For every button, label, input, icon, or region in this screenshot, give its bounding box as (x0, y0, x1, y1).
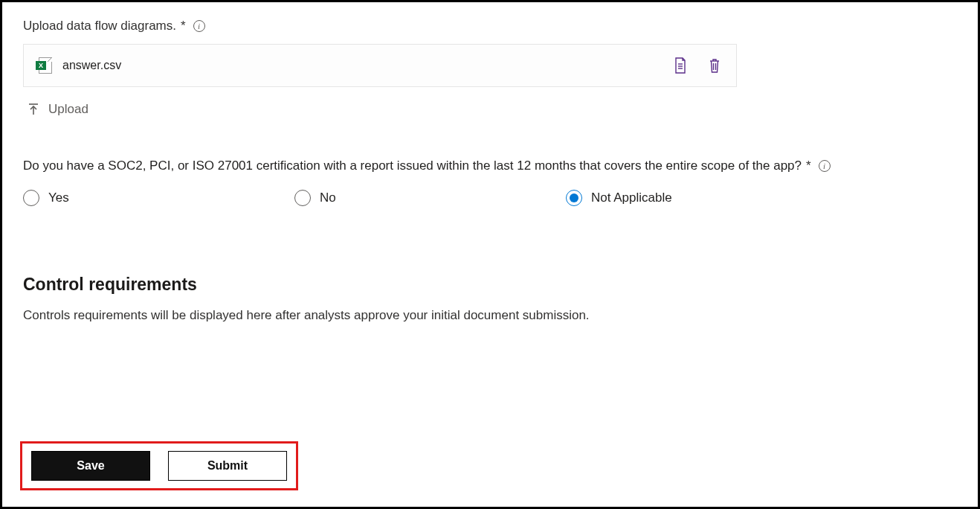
save-button[interactable]: Save (31, 451, 150, 481)
certification-question-text: Do you have a SOC2, PCI, or ISO 27001 ce… (23, 159, 802, 173)
actions-highlight-box: Save Submit (20, 441, 298, 490)
upload-button[interactable]: Upload (23, 99, 93, 120)
delete-file-icon[interactable] (708, 57, 721, 74)
radio-circle-icon (23, 190, 39, 206)
form-frame: Upload data flow diagrams. * i X answer.… (0, 0, 980, 509)
info-icon[interactable]: i (193, 20, 205, 32)
radio-option-no[interactable]: No (294, 190, 566, 206)
radio-option-yes[interactable]: Yes (23, 190, 294, 206)
upload-arrow-icon (28, 103, 39, 116)
submit-button[interactable]: Submit (168, 451, 287, 481)
radio-label: Yes (48, 191, 69, 205)
uploaded-file-row: X answer.csv (23, 44, 737, 87)
certification-question-block: Do you have a SOC2, PCI, or ISO 27001 ce… (23, 159, 957, 206)
radio-label: No (320, 191, 336, 205)
radio-label: Not Applicable (591, 191, 672, 205)
excel-file-icon: X (39, 57, 52, 74)
info-icon[interactable]: i (819, 160, 831, 172)
upload-field-label: Upload data flow diagrams. * i (23, 19, 957, 33)
certification-question-label: Do you have a SOC2, PCI, or ISO 27001 ce… (23, 159, 957, 173)
radio-circle-icon (294, 190, 311, 206)
control-requirements-heading: Control requirements (23, 275, 957, 295)
view-file-icon[interactable] (674, 57, 687, 74)
uploaded-file-name: answer.csv (62, 59, 121, 72)
radio-circle-icon (566, 190, 582, 206)
required-asterisk: * (806, 159, 811, 173)
required-asterisk: * (181, 19, 186, 33)
control-requirements-description: Controls requirements will be displayed … (23, 308, 957, 323)
upload-button-label: Upload (48, 102, 88, 117)
certification-radio-group: Yes No Not Applicable (23, 190, 957, 206)
radio-option-not-applicable[interactable]: Not Applicable (566, 190, 672, 206)
upload-label-text: Upload data flow diagrams. (23, 19, 176, 33)
